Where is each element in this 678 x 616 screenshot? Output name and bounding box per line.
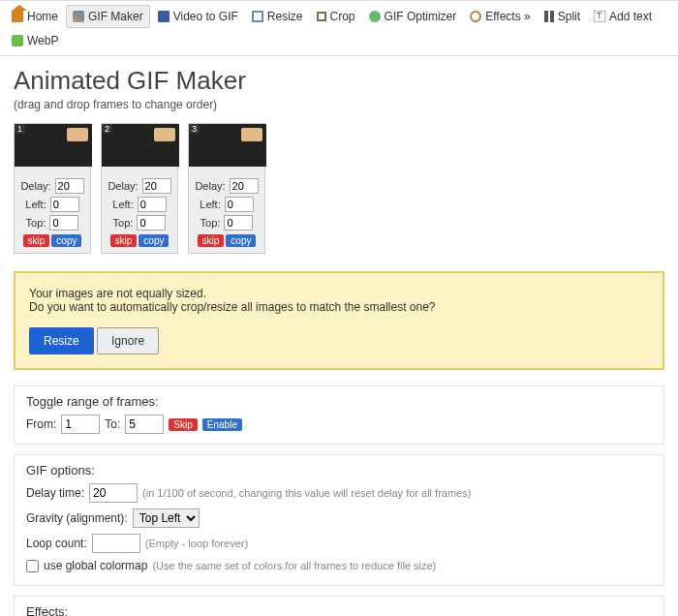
webp-icon	[12, 35, 23, 46]
frame-skip-button[interactable]: skip	[23, 234, 50, 247]
nav-label: Add text	[609, 10, 652, 23]
frame-index: 3	[189, 124, 200, 134]
page-title: Animated GIF Maker	[14, 66, 664, 96]
frame-copy-button[interactable]: copy	[226, 234, 256, 247]
options-title: GIF options:	[26, 463, 652, 477]
frame-delay-input[interactable]	[55, 178, 84, 194]
frame-card[interactable]: 2Delay:Left:Top:skipcopy	[101, 123, 178, 254]
home-icon	[12, 11, 23, 22]
frame-skip-button[interactable]: skip	[110, 234, 138, 247]
global-colormap-hint: (Use the same set of colors for all fram…	[152, 560, 436, 571]
nav-label: Home	[27, 10, 58, 23]
delay-label: Delay time:	[26, 486, 84, 500]
nav-home[interactable]: Home	[6, 5, 64, 28]
frame-thumbnail[interactable]: 1	[15, 124, 92, 167]
frame-index: 2	[102, 124, 112, 134]
global-colormap-label: use global colormap	[44, 559, 147, 572]
frames-row: 1Delay:Left:Top:skipcopy2Delay:Left:Top:…	[14, 123, 664, 254]
to-label: To:	[105, 417, 120, 431]
gravity-label: Gravity (alignment):	[26, 511, 128, 525]
video-icon	[158, 11, 170, 22]
frame-top-input[interactable]	[224, 215, 253, 231]
nav-video-to-gif[interactable]: Video to GIF	[152, 5, 244, 28]
frame-left-label: Left:	[112, 199, 133, 210]
nav-label: Video to GIF	[173, 10, 238, 23]
nav-crop[interactable]: Crop	[311, 5, 361, 28]
toggle-enable-button[interactable]: Enable	[202, 418, 242, 431]
toggle-title: Toggle range of frames:	[26, 394, 652, 409]
nav-label: Resize	[267, 10, 303, 23]
text-icon	[594, 11, 605, 22]
frame-copy-button[interactable]: copy	[139, 234, 169, 247]
crop-icon	[317, 12, 326, 21]
frame-thumbnail[interactable]: 2	[102, 124, 179, 167]
frame-skip-button[interactable]: skip	[198, 234, 225, 247]
resize-button[interactable]: Resize	[29, 327, 94, 354]
frame-left-input[interactable]	[138, 197, 167, 212]
frame-card[interactable]: 1Delay:Left:Top:skipcopy	[14, 123, 91, 254]
frame-thumbnail[interactable]: 3	[189, 124, 266, 167]
gravity-select[interactable]: Top Left	[133, 508, 200, 528]
nav-label: Effects »	[485, 10, 530, 23]
frame-index: 1	[15, 124, 25, 134]
nav-label: Crop	[330, 10, 355, 23]
frame-top-label: Top:	[200, 217, 221, 229]
nav-add-text[interactable]: Add text	[588, 5, 658, 28]
split-icon	[544, 11, 554, 22]
main-content: Animated GIF Maker (drag and drop frames…	[0, 56, 678, 616]
nav-label: Split	[558, 10, 580, 23]
gif-icon	[73, 11, 84, 22]
frame-top-input[interactable]	[49, 215, 78, 231]
opt-icon	[369, 11, 381, 22]
frame-delay-label: Delay:	[195, 180, 225, 192]
frame-delay-input[interactable]	[142, 178, 171, 194]
nav-webp[interactable]: WebP	[6, 30, 64, 51]
frame-delay-input[interactable]	[230, 178, 259, 194]
nav-gif-maker[interactable]: GIF Maker	[66, 5, 150, 28]
alert-line1: Your images are not equally sized.	[29, 287, 649, 300]
from-label: From:	[26, 417, 56, 431]
effects-title: Effects:	[26, 604, 652, 616]
fx-icon	[470, 11, 481, 22]
nav-gif-optimizer[interactable]: GIF Optimizer	[363, 5, 463, 28]
ignore-button[interactable]: Ignore	[97, 327, 159, 354]
loop-input[interactable]	[92, 534, 140, 553]
delay-input[interactable]	[89, 483, 138, 503]
page-subtitle: (drag and drop frames to change order)	[14, 98, 664, 111]
top-nav: HomeGIF MakerVideo to GIFResizeCropGIF O…	[0, 0, 678, 56]
frame-copy-button[interactable]: copy	[51, 234, 81, 247]
size-alert: Your images are not equally sized. Do yo…	[14, 271, 664, 370]
frame-delay-label: Delay:	[108, 180, 138, 192]
toggle-section: Toggle range of frames: From: To: Skip E…	[14, 385, 664, 445]
to-input[interactable]	[125, 415, 164, 434]
from-input[interactable]	[61, 415, 100, 434]
nav-effects-[interactable]: Effects »	[464, 5, 536, 28]
frame-delay-label: Delay:	[20, 180, 50, 192]
resize-icon	[252, 11, 263, 22]
loop-label: Loop count:	[26, 537, 87, 550]
alert-line2: Do you want to automatically crop/resize…	[29, 300, 649, 314]
frame-top-input[interactable]	[137, 215, 166, 231]
frame-left-input[interactable]	[225, 197, 254, 212]
frame-card[interactable]: 3Delay:Left:Top:skipcopy	[188, 123, 265, 254]
effects-section: Effects: crossfade frames don't stack fr…	[14, 596, 664, 616]
delay-hint: (in 1/100 of second, changing this value…	[142, 487, 471, 499]
nav-split[interactable]: Split	[539, 5, 586, 28]
loop-hint: (Empty - loop forever)	[145, 538, 248, 549]
frame-left-label: Left:	[200, 199, 220, 210]
frame-left-input[interactable]	[50, 197, 79, 212]
frame-left-label: Left:	[25, 199, 46, 210]
nav-label: GIF Maker	[88, 10, 143, 23]
global-colormap-checkbox[interactable]	[26, 560, 39, 572]
nav-label: GIF Optimizer	[385, 10, 457, 23]
nav-label: WebP	[27, 34, 58, 47]
options-section: GIF options: Delay time: (in 1/100 of se…	[14, 454, 664, 586]
frame-top-label: Top:	[113, 217, 134, 229]
toggle-skip-button[interactable]: Skip	[169, 418, 197, 431]
frame-top-label: Top:	[26, 217, 46, 229]
nav-resize[interactable]: Resize	[246, 5, 309, 28]
